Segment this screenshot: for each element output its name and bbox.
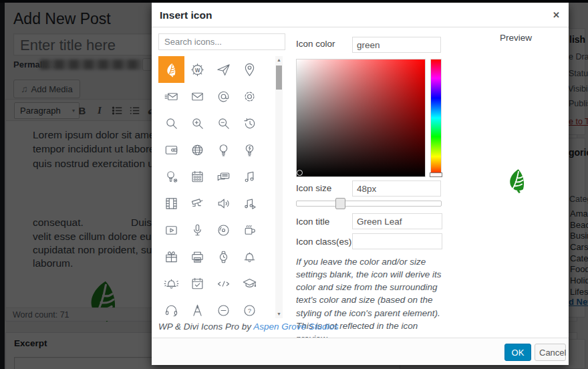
icon-cctv[interactable] xyxy=(184,190,210,217)
icon-lightbulb-gear[interactable] xyxy=(158,163,184,190)
icon-video-player[interactable] xyxy=(158,217,184,243)
icon-gear[interactable] xyxy=(237,83,263,110)
icon-grid-scrollbar[interactable]: ▲ ▼ xyxy=(275,56,283,318)
hue-handle[interactable] xyxy=(430,172,442,177)
aspen-grove-link[interactable]: Aspen Grove Studios xyxy=(253,322,339,332)
preview-leaf-icon xyxy=(504,167,531,194)
icon-zoom-in[interactable] xyxy=(184,110,210,136)
modal-footer: OK Cancel xyxy=(152,338,569,365)
icon-question-circle[interactable]: ? xyxy=(237,297,263,318)
picker-cursor[interactable] xyxy=(297,170,303,176)
icon-color-input[interactable] xyxy=(352,37,441,53)
hue-slider[interactable] xyxy=(430,59,442,177)
icon-mail-fast[interactable] xyxy=(158,83,184,110)
scroll-up-icon[interactable]: ▲ xyxy=(275,56,283,64)
modal-title: Insert icon xyxy=(160,3,212,27)
icon-color-label: Icon color xyxy=(296,39,335,49)
icon-class-input[interactable] xyxy=(352,233,442,249)
icon-bell[interactable] xyxy=(237,243,263,270)
icon-size-slider[interactable] xyxy=(296,201,442,207)
icon-lightbulb-bolt[interactable] xyxy=(237,136,263,163)
icon-speaker[interactable] xyxy=(210,190,237,217)
insert-icon-modal: Insert icon ✕ W? ▲ ▼ Icon color Icon siz… xyxy=(152,3,569,365)
icon-at-sign[interactable] xyxy=(210,83,237,110)
icon-lightbulb[interactable] xyxy=(210,136,237,163)
screen: Add New Post Enter title here Permalink … xyxy=(0,0,588,369)
icon-size-input[interactable] xyxy=(352,180,441,197)
icon-history[interactable] xyxy=(237,110,263,136)
icon-gift[interactable] xyxy=(158,243,184,270)
icon-minus-circle[interactable] xyxy=(210,297,237,318)
icon-size-label: Icon size xyxy=(296,183,331,193)
icon-zoom-out[interactable] xyxy=(210,110,237,136)
credit-text: WP & Divi Icons Pro by xyxy=(158,322,253,332)
icon-wp-gear[interactable]: W xyxy=(184,56,210,83)
scroll-down-icon[interactable]: ▼ xyxy=(275,310,283,318)
cancel-button[interactable]: Cancel xyxy=(535,344,566,361)
icon-compass[interactable] xyxy=(184,297,210,318)
icon-disc[interactable] xyxy=(210,217,237,243)
icon-watch[interactable] xyxy=(210,243,237,270)
scrollbar-thumb[interactable] xyxy=(276,66,282,90)
icon-headset[interactable] xyxy=(158,297,184,318)
preview-label: Preview xyxy=(472,33,559,43)
icon-globe[interactable] xyxy=(184,136,210,163)
icon-class-label: Icon class(es) xyxy=(296,237,351,247)
icon-comments[interactable] xyxy=(210,163,237,190)
icon-microphone[interactable] xyxy=(184,217,210,243)
icon-music-video[interactable] xyxy=(237,190,263,217)
icon-title-input[interactable] xyxy=(352,213,442,229)
icon-search[interactable] xyxy=(158,110,184,136)
icon-paper-plane[interactable] xyxy=(210,56,237,83)
plugin-credit: WP & Divi Icons Pro by Aspen Grove Studi… xyxy=(158,322,339,332)
icon-grid: W? xyxy=(158,56,263,318)
modal-header: Insert icon ✕ xyxy=(152,3,569,27)
icon-code[interactable] xyxy=(210,270,237,297)
icon-title-label: Icon title xyxy=(296,217,329,227)
search-icons-input[interactable] xyxy=(158,33,285,50)
icon-bell-ring[interactable] xyxy=(158,270,184,297)
icon-printer[interactable] xyxy=(184,243,210,270)
icon-calendar[interactable] xyxy=(184,163,210,190)
close-icon[interactable]: ✕ xyxy=(553,3,560,27)
icon-film[interactable] xyxy=(158,190,184,217)
svg-text:W: W xyxy=(195,67,200,73)
icon-coffee[interactable] xyxy=(237,217,263,243)
slider-handle[interactable] xyxy=(335,198,345,209)
saturation-picker[interactable] xyxy=(296,59,426,177)
ok-button[interactable]: OK xyxy=(504,344,531,361)
icon-wallet[interactable] xyxy=(158,136,184,163)
icon-location-pin[interactable] xyxy=(237,56,263,83)
icon-envelope[interactable] xyxy=(184,83,210,110)
icon-graduation-cap[interactable] xyxy=(237,270,263,297)
icon-calendar-check[interactable] xyxy=(184,270,210,297)
icon-leaf[interactable] xyxy=(158,56,184,83)
icon-music-note[interactable] xyxy=(237,163,263,190)
svg-text:?: ? xyxy=(248,307,251,314)
modal-body: W? ▲ ▼ Icon color Icon size Icon title I… xyxy=(152,27,569,338)
